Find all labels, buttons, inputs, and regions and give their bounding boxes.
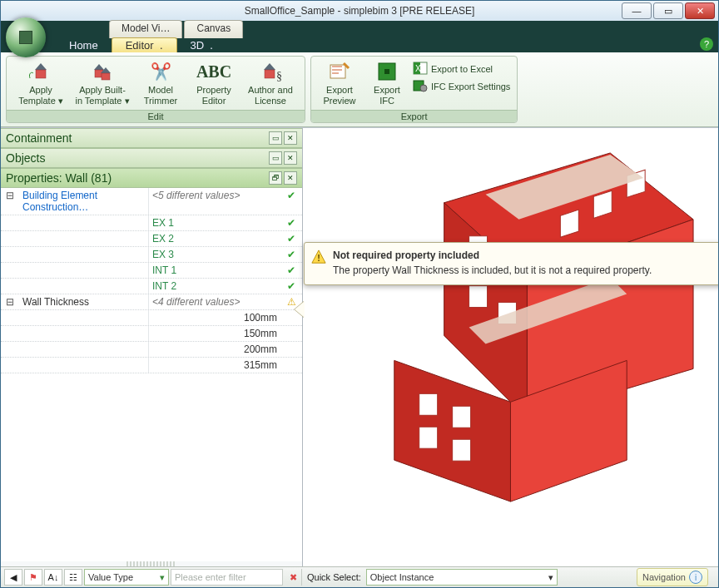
property-value-row[interactable]: INT 1 ✔ (1, 263, 302, 279)
panel-containment-restore[interactable]: ▭ (269, 131, 282, 145)
navigation-button[interactable]: Navigation i (637, 568, 708, 586)
tool-columns[interactable]: ☷ (64, 569, 82, 586)
ribbon-group-export: Export Preview Export IFC X Export t (310, 56, 518, 123)
author-license-label2: License (255, 96, 286, 106)
quick-select-combo[interactable]: Object Instance ▾ (366, 569, 558, 586)
window-title: SmallOffice_Sample - simplebim 3 [PRE RE… (245, 5, 475, 17)
svg-rect-5 (102, 73, 110, 80)
property-name: Building Element Construction… (19, 188, 148, 215)
svg-text:§: § (276, 70, 282, 82)
property-value: 150mm (148, 326, 280, 341)
author-license-button[interactable]: § Author and License (243, 60, 298, 106)
apply-builtin-template-label1: Apply Built- (79, 85, 126, 96)
tool-sort-az[interactable]: A↓ (44, 569, 62, 586)
warning-icon: ! (311, 250, 326, 264)
apply-builtin-template-button[interactable]: Apply Built- in Template ▾ (75, 60, 130, 106)
check-icon: ✔ (280, 188, 302, 215)
panel-properties-pin[interactable]: 🗗 (269, 171, 282, 185)
3d-viewport[interactable] (303, 128, 718, 566)
check-icon: ✔ (280, 247, 302, 262)
building-model (303, 128, 718, 560)
model-trimmer-label2: Trimmer (144, 96, 178, 106)
ribbon: Apply Template ▾ Apply Built- in Templat… (1, 52, 718, 127)
tab-home[interactable]: Home (56, 38, 112, 52)
tool-flag[interactable]: ⚑ (24, 569, 42, 586)
export-preview-label2: Preview (323, 96, 355, 106)
export-preview-icon (325, 60, 354, 83)
svg-marker-0 (35, 63, 47, 70)
author-license-label1: Author and (248, 85, 293, 96)
apply-builtin-template-icon (88, 60, 117, 83)
ribbon-group-export-items: Export Preview Export IFC X Export t (311, 57, 517, 110)
export-ifc-label1: Export (374, 85, 400, 96)
svg-rect-21 (469, 286, 488, 308)
panel-containment-close[interactable]: ✕ (284, 131, 297, 145)
panel-objects-header[interactable]: Objects ▭ ✕ (1, 148, 302, 168)
panel-containment-header[interactable]: Containment ▭ ✕ (1, 128, 302, 148)
property-row-wall-thickness[interactable]: ⊟ Wall Thickness <4 different values> ⚠ (1, 294, 302, 310)
quick-select-label: Quick Select: (307, 572, 361, 582)
property-editor-icon: ABC (200, 60, 228, 83)
property-value-row[interactable]: 100mm (1, 310, 302, 326)
svg-marker-6 (264, 63, 275, 70)
ribbon-group-export-caption: Export (311, 110, 517, 122)
svg-rect-31 (419, 394, 438, 416)
tool-prev[interactable]: ◀ (4, 569, 22, 586)
properties-grid[interactable]: ⊟ Building Element Construction… <5 diff… (1, 188, 302, 561)
property-value-row[interactable]: EX 1 ✔ (1, 215, 302, 231)
model-trimmer-button[interactable]: ✂️ Model Trimmer (136, 60, 185, 106)
collapse-icon[interactable]: ⊟ (1, 294, 19, 309)
ribbon-group-edit: Apply Template ▾ Apply Built- in Templat… (6, 56, 305, 123)
ifc-export-settings-button[interactable]: IFC Export Settings (413, 79, 510, 95)
apply-builtin-template-label2: in Template ▾ (75, 96, 129, 106)
context-tab-model-view[interactable]: Model Vi… (109, 20, 182, 38)
apply-template-button[interactable]: Apply Template ▾ (13, 60, 68, 106)
tab-editor[interactable]: Editor . (112, 37, 177, 52)
filter-input[interactable]: Please enter filter (171, 569, 283, 586)
maximize-button[interactable]: ▭ (653, 2, 683, 19)
export-ifc-icon (373, 60, 401, 83)
property-value-row[interactable]: EX 2 ✔ (1, 231, 302, 247)
svg-text:X: X (415, 64, 421, 73)
panel-objects-close[interactable]: ✕ (284, 151, 297, 165)
ribbon-export-small-col: X Export to Excel IFC Export Settings (413, 60, 510, 106)
property-value: INT 2 (148, 279, 280, 294)
property-row-building-element-construction[interactable]: ⊟ Building Element Construction… <5 diff… (1, 188, 302, 215)
export-ifc-label2: IFC (379, 96, 394, 106)
ifc-export-settings-label: IFC Export Settings (431, 82, 510, 92)
navigation-label: Navigation (642, 572, 686, 582)
panel-properties-close[interactable]: ✕ (284, 171, 297, 185)
apply-template-icon (27, 60, 55, 83)
tooltip-title: Not required property included (333, 250, 719, 261)
property-editor-button[interactable]: ABC Property Editor (191, 60, 236, 106)
svg-rect-11 (384, 69, 389, 74)
export-to-excel-button[interactable]: X Export to Excel (413, 62, 510, 77)
property-value-row[interactable]: 200mm (1, 342, 302, 358)
collapse-icon[interactable]: ⊟ (1, 188, 19, 215)
tab-editor-label: Editor (126, 39, 154, 52)
export-preview-label1: Export (326, 85, 353, 96)
svg-text:!: ! (317, 253, 320, 263)
help-button[interactable]: ? (700, 37, 713, 51)
app-menu-orb[interactable] (6, 17, 46, 57)
property-value-row[interactable]: 150mm (1, 326, 302, 342)
value-type-combo[interactable]: Value Type ▾ (84, 569, 169, 586)
check-icon: ✔ (280, 263, 302, 278)
context-tab-canvas[interactable]: Canvas (184, 20, 243, 38)
property-value-row[interactable]: INT 2 ✔ (1, 279, 302, 294)
close-button[interactable]: ✕ (685, 2, 715, 19)
property-value-row[interactable]: EX 3 ✔ (1, 247, 302, 263)
export-to-excel-label: Export to Excel (431, 64, 493, 75)
ribbon-group-edit-items: Apply Template ▾ Apply Built- in Templat… (7, 57, 305, 110)
clear-filter-button[interactable]: ✖ (285, 570, 301, 585)
property-value-row[interactable]: 315mm (1, 358, 302, 373)
tab-3d[interactable]: 3D . (177, 38, 226, 52)
export-ifc-button[interactable]: Export IFC (368, 60, 406, 106)
panel-properties-header[interactable]: Properties: Wall (81) 🗗 ✕ (1, 168, 302, 188)
export-preview-button[interactable]: Export Preview (318, 60, 361, 106)
property-value: EX 1 (148, 215, 280, 230)
panel-objects-restore[interactable]: ▭ (269, 151, 282, 165)
minimize-button[interactable]: — (622, 2, 652, 19)
svg-rect-7 (265, 70, 275, 78)
warning-tooltip: ! Not required property included The pro… (304, 242, 719, 285)
